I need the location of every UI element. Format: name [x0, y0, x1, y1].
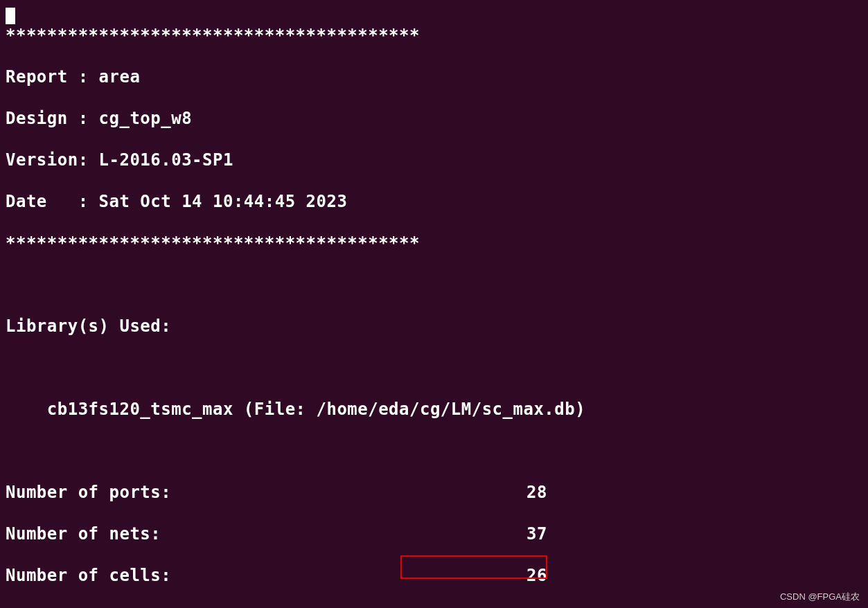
library-entry: cb13fs120_tsmc_max (File: /home/eda/cg/L… [6, 399, 862, 420]
divider-line: **************************************** [6, 25, 862, 46]
count-ports: Number of ports:28 [6, 482, 862, 503]
terminal-output: ****************************************… [6, 4, 862, 608]
library-title: Library(s) Used: [6, 316, 862, 337]
count-cells: Number of cells:26 [6, 565, 862, 586]
design-line: Design : cg_top_w8 [6, 108, 862, 129]
cursor [6, 8, 15, 24]
count-nets: Number of nets:37 [6, 524, 862, 544]
watermark: CSDN @FPGA硅农 [780, 591, 860, 602]
version-line: Version: L-2016.03-SP1 [6, 150, 862, 170]
date-line: Date : Sat Oct 14 10:44:45 2023 [6, 191, 862, 212]
divider-line: **************************************** [6, 233, 862, 253]
report-line: Report : area [6, 66, 862, 87]
